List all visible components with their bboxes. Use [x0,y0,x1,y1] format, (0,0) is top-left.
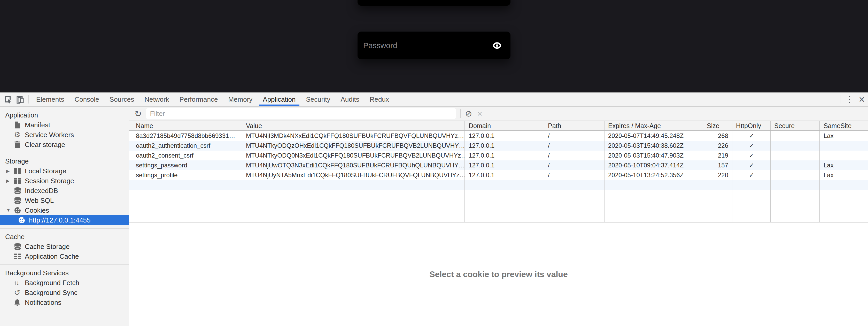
tab-sources[interactable]: Sources [104,92,139,106]
cookie-httponly-cell[interactable]: ✓ [733,141,771,151]
cookie-secure-cell[interactable] [771,131,820,141]
sidebar-item-clear-storage[interactable]: Clear storage [0,140,129,150]
eye-icon[interactable] [491,41,503,50]
expander-collapsed-icon[interactable]: ▶ [6,168,14,174]
cookie-name-cell[interactable]: 8a3d27185b49d7758d8bb669331… [129,131,242,141]
column-header-domain[interactable]: Domain [465,121,544,130]
password-input[interactable] [363,41,491,50]
cookie-value-cell[interactable]: MTU4NjUyNTA5MnxEdi1CQkFFQ180SUFBUkFCRUFB… [242,170,465,180]
sidebar-item-cookie-origin[interactable]: http://127.0.0.1:4455 [0,215,129,225]
column-divider[interactable] [819,131,820,222]
cookie-httponly-cell[interactable]: ✓ [733,151,771,160]
sidebar-item-application-cache[interactable]: Application Cache [0,251,129,261]
column-header-value[interactable]: Value [242,121,465,130]
column-header-name[interactable]: Name [129,121,242,130]
cookie-size-cell[interactable]: 157 [703,160,733,170]
table-row[interactable]: oauth2_consent_csrf MTU4NTkyODQ0N3xEdi1C… [129,151,868,160]
column-header-httponly[interactable]: HttpOnly [733,121,771,130]
cookie-expires-cell[interactable]: 2020-05-03T15:40:38.602Z [604,141,703,151]
cookie-expires-cell[interactable]: 2020-05-07T14:49:45.248Z [604,131,703,141]
cookie-name-cell[interactable]: oauth2_authentication_csrf [129,141,242,151]
cookie-httponly-cell[interactable]: ✓ [733,131,771,141]
cookie-secure-cell[interactable] [771,170,820,180]
cookie-expires-cell[interactable]: 2020-05-10T13:24:52.356Z [604,170,703,180]
sidebar-item-background-fetch[interactable]: ↑↓ Background Fetch [0,278,129,288]
cookie-expires-cell[interactable]: 2020-05-03T15:40:47.903Z [604,151,703,160]
cookie-value-cell[interactable]: MTU4NjUwOTQ3N3xEdi1CQkFFQ180SUFBUkFCRUFB… [242,160,465,170]
table-row[interactable]: oauth2_authentication_csrf MTU4NTkyODQzO… [129,141,868,151]
filter-input[interactable] [146,108,456,119]
tab-application[interactable]: Application [257,92,301,106]
table-row[interactable]: settings_profile MTU4NjUyNTA5MnxEdi1CQkF… [129,170,868,180]
column-header-samesite[interactable]: SameSite [820,121,868,130]
cookie-path-cell[interactable]: / [544,151,604,160]
column-divider[interactable] [703,131,703,222]
cookie-domain-cell[interactable]: 127.0.0.1 [465,151,544,160]
sidebar-item-session-storage[interactable]: ▶ Session Storage [0,176,129,186]
expander-collapsed-icon[interactable]: ▶ [6,178,14,184]
sidebar-item-notifications[interactable]: Notifications [0,298,129,307]
column-header-secure[interactable]: Secure [771,121,820,130]
delete-selected-icon[interactable]: × [477,109,482,118]
kebab-menu-icon[interactable]: ⋮ [843,92,856,106]
cookie-secure-cell[interactable] [771,160,820,170]
cookie-samesite-cell[interactable] [820,141,868,151]
cookie-expires-cell[interactable]: 2020-05-10T09:04:37.414Z [604,160,703,170]
tab-security[interactable]: Security [301,92,336,106]
inspect-element-icon[interactable] [2,92,14,106]
cookie-path-cell[interactable]: / [544,141,604,151]
tab-redux[interactable]: Redux [365,92,394,106]
tab-audits[interactable]: Audits [335,92,364,106]
column-divider[interactable] [544,131,544,222]
column-divider[interactable] [464,131,465,222]
cookie-name-cell[interactable]: settings_profile [129,170,242,180]
cookie-value-cell[interactable]: MTU4NjI3MDk4NXxEdi1CQkFFQ180SUFBUkFCRUFB… [242,131,465,141]
sidebar-item-local-storage[interactable]: ▶ Local Storage [0,166,129,176]
tab-network[interactable]: Network [139,92,174,106]
sidebar-item-cache-storage[interactable]: Cache Storage [0,242,129,251]
cookie-size-cell[interactable]: 219 [703,151,733,160]
cookie-samesite-cell[interactable] [820,151,868,160]
cookie-size-cell[interactable]: 220 [703,170,733,180]
tab-memory[interactable]: Memory [223,92,257,106]
cookie-domain-cell[interactable]: 127.0.0.1 [465,160,544,170]
cookie-samesite-cell[interactable]: Lax [820,160,868,170]
email-field[interactable] [358,0,510,6]
cookie-secure-cell[interactable] [771,151,820,160]
column-divider[interactable] [242,131,242,222]
column-header-size[interactable]: Size [703,121,733,130]
cookie-value-cell[interactable]: MTU4NTkyODQzOHxEdi1CQkFFQ180SUFBUkFCRUFB… [242,141,465,151]
cookie-domain-cell[interactable]: 127.0.0.1 [465,141,544,151]
cookie-secure-cell[interactable] [771,141,820,151]
expander-expanded-icon[interactable]: ▼ [6,208,14,213]
device-toolbar-icon[interactable] [14,92,26,106]
column-header-expires[interactable]: Expires / Max-Age [604,121,703,130]
cookie-size-cell[interactable]: 268 [703,131,733,141]
sidebar-item-manifest[interactable]: Manifest [0,120,129,130]
cookie-httponly-cell[interactable]: ✓ [733,160,771,170]
cookie-value-cell[interactable]: MTU4NTkyODQ0N3xEdi1CQkFFQ180SUFBUkFCRUFB… [242,151,465,160]
cookie-domain-cell[interactable]: 127.0.0.1 [465,131,544,141]
cookie-domain-cell[interactable]: 127.0.0.1 [465,170,544,180]
cookie-samesite-cell[interactable]: Lax [820,131,868,141]
tab-console[interactable]: Console [69,92,104,106]
cookie-path-cell[interactable]: / [544,160,604,170]
sidebar-item-service-workers[interactable]: ⚙ Service Workers [0,130,129,140]
column-divider[interactable] [732,131,733,222]
sidebar-item-cookies[interactable]: ▼ Cookies [0,206,129,215]
clear-all-cookies-icon[interactable]: ⊘ [465,109,472,118]
cookie-httponly-cell[interactable]: ✓ [733,170,771,180]
column-divider[interactable] [604,131,604,222]
cookie-path-cell[interactable]: / [544,170,604,180]
cookie-name-cell[interactable]: oauth2_consent_csrf [129,151,242,160]
cookie-path-cell[interactable]: / [544,131,604,141]
column-header-path[interactable]: Path [544,121,604,130]
cookie-name-cell[interactable]: settings_password [129,160,242,170]
table-row[interactable]: 8a3d27185b49d7758d8bb669331… MTU4NjI3MDk… [129,131,868,141]
table-row[interactable]: settings_password MTU4NjUwOTQ3N3xEdi1CQk… [129,160,868,170]
refresh-icon[interactable]: ↻ [134,108,142,119]
cookie-samesite-cell[interactable]: Lax [820,170,868,180]
tab-performance[interactable]: Performance [175,92,223,106]
sidebar-item-indexeddb[interactable]: IndexedDB [0,186,129,196]
cookie-size-cell[interactable]: 226 [703,141,733,151]
